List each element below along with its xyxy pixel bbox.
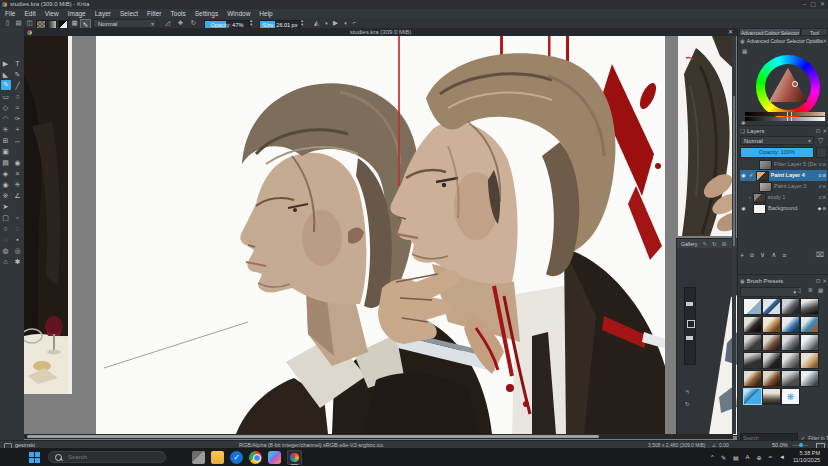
menu-filter[interactable]: Filter — [147, 9, 161, 18]
save-document-icon[interactable]: ◫ — [25, 19, 34, 27]
gallery-redo-icon[interactable]: ↻ — [685, 401, 690, 407]
move-layer-down-button[interactable]: ∨ — [760, 251, 765, 259]
list-view-icon[interactable]: ≣ — [808, 287, 813, 293]
brush-preset-thumbnail[interactable] — [800, 370, 819, 387]
brush-preset-thumbnail[interactable] — [762, 298, 781, 315]
detail-view-canvas[interactable] — [678, 36, 735, 236]
brush-preset-thumbnail[interactable] — [743, 334, 762, 351]
tab-advanced-colour-selector[interactable]: Advanced Colour Selector — [739, 28, 801, 36]
tray-network-globe-icon[interactable]: ⊕ — [757, 454, 762, 461]
tray-ime-indicator[interactable]: A — [746, 454, 750, 460]
chrome-icon[interactable] — [249, 451, 262, 464]
brush-preset-thumbnail[interactable] — [762, 370, 781, 387]
layer-property-icons[interactable]: α⊕ — [819, 159, 827, 170]
reload-preset-icon[interactable]: ↻ — [189, 19, 198, 27]
layer-property-icons[interactable]: α⊞ — [819, 192, 827, 203]
menu-file[interactable]: File — [5, 9, 15, 18]
menu-help[interactable]: Help — [259, 9, 272, 18]
subwindow-titlebar[interactable]: studies.kra (309.0 MiB) ✕ — [24, 28, 737, 36]
menu-select[interactable]: Select — [120, 9, 138, 18]
layer-property-icons[interactable]: α⊕ — [819, 170, 827, 181]
brush-preset-thumbnail[interactable]: ❋ — [781, 388, 800, 405]
visibility-icon[interactable]: ◉ — [740, 170, 747, 181]
mirror-icon[interactable]: ◭ — [312, 19, 321, 27]
window-titlebar[interactable]: studies.kra (309.0 MiB) - Krita – ▢ ✕ — [0, 0, 828, 9]
brush-preset-thumbnail[interactable] — [781, 334, 800, 351]
brush-preset-thumbnail[interactable] — [743, 352, 762, 369]
tray-expand-caret[interactable]: ^ — [711, 454, 714, 460]
brush-preset-thumbnail[interactable] — [781, 370, 800, 387]
menu-edit[interactable]: Edit — [24, 9, 35, 18]
brush-preset-thumbnail[interactable] — [800, 334, 819, 351]
gallery-mini-toolbar[interactable] — [684, 287, 696, 365]
layer-blend-mode-dropdown[interactable]: Normal▾ — [740, 136, 814, 145]
freehand-brush-tool[interactable]: ✎ — [1, 80, 11, 90]
layer-filter-funnel-icon[interactable]: ▽ — [818, 137, 823, 145]
brush-preset-thumbnail[interactable] — [743, 316, 762, 333]
group-expander-icon[interactable]: › — [749, 192, 751, 203]
gallery-grid-icon[interactable]: ⊞ — [722, 241, 727, 247]
pattern-tool-option-icon[interactable]: ❖ — [176, 19, 185, 27]
start-button[interactable] — [28, 451, 41, 464]
size-spinner[interactable]: ▴▾ — [301, 19, 303, 27]
brush-preset-thumbnail-selected[interactable] — [743, 388, 762, 405]
shade-strip-2[interactable] — [745, 117, 825, 121]
float-docker-icon[interactable]: ⊡ — [816, 38, 821, 44]
open-document-icon[interactable]: ▤ — [14, 19, 23, 27]
playback-options-chevron-icon[interactable]: ▾ — [341, 19, 350, 27]
preset-tag-dropdown[interactable]: ▾ — [740, 287, 799, 297]
tag-icon[interactable]: ▯ — [798, 287, 801, 293]
layer-row-study-1[interactable]: ◌ › study 1 α⊞ — [740, 192, 827, 203]
mirror-options-chevron-icon[interactable]: ▾ — [322, 19, 331, 27]
brush-preset-thumbnail[interactable] — [800, 352, 819, 369]
file-explorer-icon[interactable] — [211, 451, 224, 464]
menu-window[interactable]: Window — [227, 9, 250, 18]
float-docker-icon[interactable]: ⊡ — [816, 128, 821, 134]
gallery-edit-icon[interactable]: ✎ — [702, 241, 707, 247]
krita-taskbar-icon[interactable] — [287, 450, 302, 465]
colour-wheel[interactable] — [756, 55, 820, 119]
vertical-scrollbar[interactable] — [732, 36, 736, 434]
choose-workspace-icon[interactable]: ▦ — [70, 19, 79, 27]
move-layer-up-button[interactable]: ∧ — [771, 251, 776, 259]
brush-preset-thumbnail[interactable] — [743, 370, 762, 387]
zoom-slider[interactable] — [792, 445, 808, 447]
shade-strip-1[interactable] — [745, 112, 825, 116]
blend-mode-dropdown[interactable]: Normal ▾ — [93, 19, 157, 28]
canvas-area[interactable]: studies.kra (309.0 MiB) ✕ — [24, 28, 737, 440]
visibility-icon[interactable]: ◌ — [740, 181, 747, 192]
taskbar-search-input[interactable] — [66, 453, 150, 461]
brush-preset-thumbnail[interactable] — [762, 334, 781, 351]
snap-settings-icon[interactable]: ⌐ — [350, 19, 359, 27]
close-button[interactable]: ✕ — [820, 0, 825, 9]
layer-property-icons[interactable]: α⊕ — [819, 181, 827, 192]
selector-shape-icon[interactable]: ▦ — [742, 48, 747, 54]
tray-wifi-icon[interactable]: ≈ — [769, 454, 772, 460]
close-docker-icon[interactable]: ✕ — [822, 128, 827, 134]
layer-opacity-slider[interactable]: Opacity: 100% — [740, 147, 814, 158]
gallery-undo-icon[interactable]: ↰ — [685, 389, 690, 395]
minimize-button[interactable]: – — [803, 0, 806, 9]
duplicate-layer-button[interactable]: ⧉ — [750, 252, 754, 259]
brush-preset-thumbnail[interactable] — [781, 316, 800, 333]
gradient-tool-option-icon[interactable]: ◿ — [163, 19, 172, 27]
taskbar-search[interactable] — [48, 451, 166, 463]
float-docker-icon[interactable]: ⊡ — [816, 278, 821, 284]
tray-touchpad-icon[interactable]: ▤ — [733, 454, 739, 461]
layer-options-button[interactable] — [816, 147, 827, 158]
layer-lock-icon[interactable]: ◆⊕ — [818, 203, 827, 214]
playback-icon[interactable]: ▶ — [331, 19, 340, 27]
tab-tool-options[interactable]: Tool Options — [801, 28, 828, 36]
brush-preset-thumbnail[interactable] — [781, 298, 800, 315]
brush-preset-grid[interactable]: ❋ — [743, 298, 823, 406]
scrollbar-thumb[interactable] — [27, 435, 599, 438]
task-view-icon[interactable] — [192, 451, 205, 464]
layer-row-background[interactable]: ◉ Background ◆⊕ — [740, 203, 827, 214]
canvas-artwork[interactable] — [96, 36, 665, 434]
brush-preset-thumbnail[interactable] — [762, 352, 781, 369]
opacity-spinner[interactable]: ▴▾ — [250, 19, 252, 27]
subwindow-close-icon[interactable]: ✕ — [728, 28, 733, 36]
brush-preset-thumbnail[interactable] — [762, 388, 781, 405]
clock[interactable]: 5:38 PM 11/10/2025 — [793, 450, 820, 464]
close-docker-icon[interactable]: ✕ — [822, 38, 827, 44]
